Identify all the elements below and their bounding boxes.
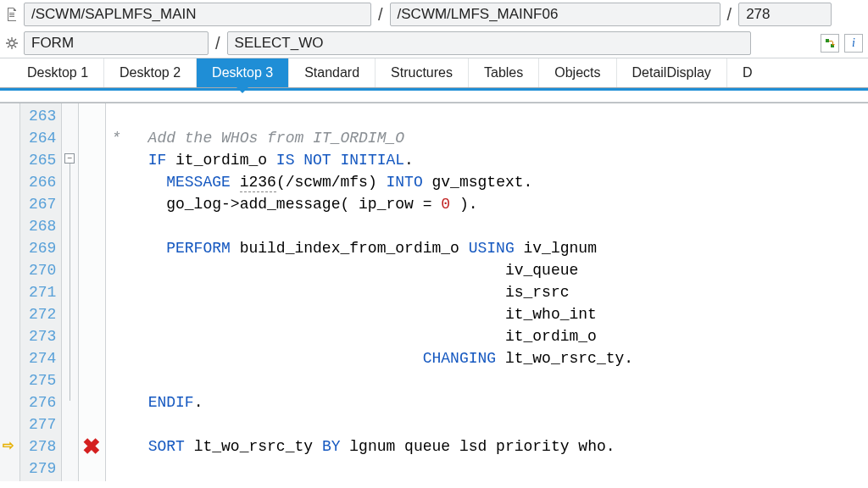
line-number: 266 bbox=[20, 171, 61, 193]
gear-icon[interactable] bbox=[5, 36, 19, 50]
code-area[interactable]: * Add the WHOs from IT_ORDIM_O IF it_ord… bbox=[106, 103, 868, 481]
code-line[interactable]: IF it_ordim_o IS NOT INITIAL. bbox=[111, 149, 868, 171]
view-tabs: Desktop 1 Desktop 2 Desktop 3 Standard S… bbox=[0, 58, 868, 88]
line-number: 273 bbox=[20, 325, 61, 347]
code-line[interactable] bbox=[111, 105, 868, 127]
fold-toggle-icon[interactable]: − bbox=[64, 153, 75, 164]
line-number: 276 bbox=[20, 391, 61, 413]
code-line[interactable]: CHANGING lt_wo_rsrc_ty. bbox=[111, 347, 868, 369]
line-number: 265 bbox=[20, 149, 61, 171]
line-number: 279 bbox=[20, 458, 61, 480]
tab-structures[interactable]: Structures bbox=[376, 58, 469, 87]
code-line[interactable]: it_ordim_o bbox=[111, 325, 868, 347]
code-line[interactable]: SORT lt_wo_rsrc_ty BY lgnum queue lsd pr… bbox=[111, 435, 868, 458]
code-line[interactable]: iv_queue bbox=[111, 259, 868, 281]
tab-desktop-1[interactable]: Desktop 1 bbox=[12, 58, 104, 87]
line-number: 272 bbox=[20, 303, 61, 325]
line-number: 268 bbox=[20, 215, 61, 237]
line-number: 267 bbox=[20, 193, 61, 215]
line-number: 269 bbox=[20, 237, 61, 259]
document-icon bbox=[5, 8, 19, 21]
line-number: 274 bbox=[20, 347, 61, 369]
code-line[interactable]: is_rsrc bbox=[111, 281, 868, 303]
program-name-field[interactable]: /SCWM/SAPLMFS_MAIN bbox=[24, 3, 371, 26]
info-icon[interactable]: i bbox=[844, 34, 863, 53]
line-number-gutter: 2632642652662672682692702712722732742752… bbox=[20, 103, 62, 481]
path-separator: / bbox=[376, 5, 385, 25]
code-line[interactable]: it_who_int bbox=[111, 303, 868, 325]
code-line[interactable] bbox=[111, 413, 868, 435]
tab-tables[interactable]: Tables bbox=[469, 58, 539, 87]
code-line[interactable]: ENDIF. bbox=[111, 391, 868, 413]
code-line[interactable] bbox=[111, 458, 868, 480]
line-number: 277 bbox=[20, 413, 61, 435]
tab-desktop-3[interactable]: Desktop 3 bbox=[197, 58, 289, 87]
line-number: 278 bbox=[20, 435, 61, 458]
code-line[interactable] bbox=[111, 369, 868, 391]
tab-objects[interactable]: Objects bbox=[539, 58, 616, 87]
code-line[interactable]: * Add the WHOs from IT_ORDIM_O bbox=[111, 127, 868, 149]
line-number: 264 bbox=[20, 127, 61, 149]
path-separator: / bbox=[214, 34, 222, 53]
current-line-arrow-icon: ⇨ bbox=[3, 437, 14, 453]
code-line[interactable] bbox=[111, 215, 868, 237]
breakpoint-marker-icon[interactable]: ✖ bbox=[82, 434, 101, 460]
navigate-icon[interactable] bbox=[821, 34, 839, 53]
svg-point-0 bbox=[9, 41, 14, 46]
routine-name-field[interactable]: SELECT_WO bbox=[227, 31, 751, 55]
tab-detaildisplay[interactable]: DetailDisplay bbox=[617, 58, 727, 87]
code-line[interactable]: MESSAGE i236(/scwm/mfs) INTO gv_msgtext. bbox=[111, 171, 868, 193]
code-line[interactable]: go_log->add_message( ip_row = 0 ). bbox=[111, 193, 868, 215]
fold-gutter: − bbox=[62, 103, 79, 481]
include-name-field[interactable]: /SCWM/LMFS_MAINF06 bbox=[390, 3, 721, 26]
line-number: 263 bbox=[20, 105, 61, 127]
exec-pointer-gutter: ⇨ bbox=[0, 103, 20, 481]
fold-guide bbox=[70, 164, 70, 401]
code-line[interactable]: PERFORM build_index_from_ordim_o USING i… bbox=[111, 237, 868, 259]
line-number-field[interactable]: 278 bbox=[738, 3, 832, 26]
line-number: 270 bbox=[20, 259, 61, 281]
tab-standard[interactable]: Standard bbox=[289, 58, 376, 87]
marker-gutter: ✖ bbox=[79, 103, 106, 481]
tab-desktop-2[interactable]: Desktop 2 bbox=[104, 58, 197, 87]
line-number: 271 bbox=[20, 281, 61, 303]
block-type-field[interactable]: FORM bbox=[24, 31, 209, 55]
path-separator: / bbox=[726, 5, 734, 25]
line-number: 275 bbox=[20, 369, 61, 391]
tab-more[interactable]: D bbox=[727, 58, 768, 87]
abap-editor[interactable]: ⇨263264265266267268269270271272273274275… bbox=[0, 103, 868, 481]
